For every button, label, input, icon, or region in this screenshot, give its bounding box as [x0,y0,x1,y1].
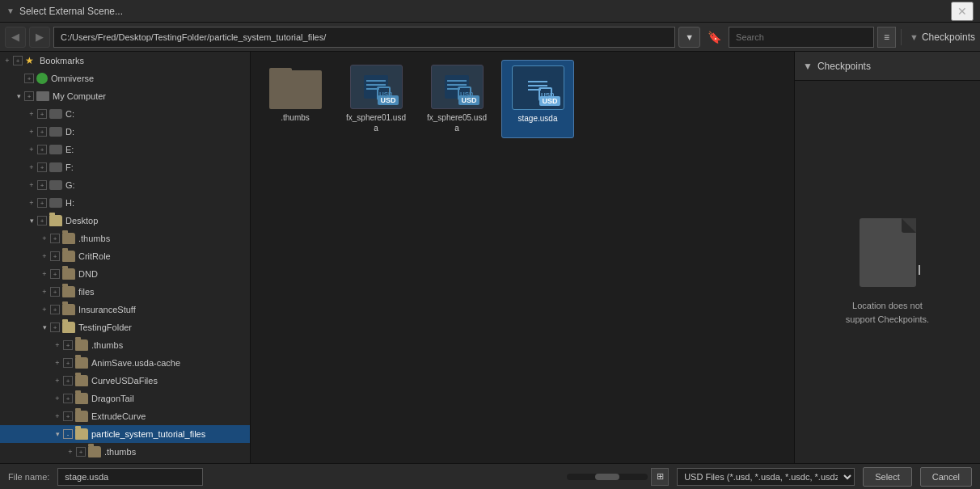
sidebar-label-omniverse: Omniverse [51,74,94,83]
checkpoints-filter-icon-panel: ▼ [803,61,813,72]
expand-f[interactable]: + [26,162,37,173]
expand-thumbs3[interactable]: + [65,446,76,457]
sidebar-item-bookmarks[interactable]: + ★ Bookmarks [0,52,250,70]
sidebar-item-c[interactable]: + C: [0,105,250,123]
expand-h[interactable]: + [26,197,37,209]
check-dragontail[interactable] [63,394,73,403]
expand-d[interactable]: + [26,126,37,137]
check-thumbs1[interactable] [50,234,60,243]
sidebar-item-mycomputer[interactable]: ▾ My Computer [0,87,250,105]
filter-button[interactable]: ▼ [678,27,700,48]
sidebar-item-curveusdafiles[interactable]: + CurveUSDaFiles [0,372,250,390]
file-name-label: File name: [8,472,49,482]
expand-extrudecurve[interactable]: + [52,411,63,422]
file-item-fx-sphere01[interactable]: USD USD fx_sphere01.usda [340,60,412,138]
sidebar-item-thumbs1[interactable]: + .thumbs [0,230,250,247]
expand-insurancestuff[interactable]: + [39,304,50,315]
check-thumbs3[interactable] [76,447,86,457]
check-desktop[interactable] [37,216,47,226]
sidebar-item-h[interactable]: + H: [0,194,250,212]
check-g[interactable] [37,180,47,190]
expand-bookmarks[interactable]: + [2,55,13,66]
select-button[interactable]: Select [863,467,912,487]
sidebar-item-omniverse[interactable]: Omniverse [0,70,250,87]
folder-icon-dnd [62,268,75,280]
bookmark-button[interactable]: 🔖 [703,29,725,45]
sidebar-item-files[interactable]: + files [0,283,250,301]
folder-icon-thumbs2 [75,339,88,351]
check-animsave[interactable] [63,358,73,368]
sidebar-label-mycomputer: My Computer [53,91,106,101]
check-h[interactable] [37,198,47,208]
check-insurancestuff[interactable] [50,305,60,314]
sidebar-item-desktop[interactable]: ▾ Desktop [0,212,250,230]
zoom-scrollbar[interactable] [567,474,648,480]
sidebar-item-testingfolder[interactable]: ▾ TestingFolder [0,318,250,336]
sidebar-item-d[interactable]: + D: [0,123,250,141]
sidebar-item-extrudecurve[interactable]: + ExtrudeCurve [0,407,250,425]
check-c[interactable] [37,109,47,119]
folder-icon-animsave [75,357,88,369]
expand-critrole[interactable]: + [39,251,50,262]
sidebar-item-thumbs3[interactable]: + .thumbs [0,443,250,461]
drive-icon-f [49,162,62,172]
expand-thumbs2[interactable]: + [52,339,63,351]
file-item-fx-sphere05[interactable]: USD USD fx_sphere05.usda [420,60,493,138]
check-extrudecurve[interactable] [63,411,73,421]
expand-files[interactable]: + [39,286,50,297]
check-curveusdafiles[interactable] [63,376,73,386]
file-type-select[interactable]: USD Files (*.usd, *.usda, *.usdc, *.usdz… [677,468,855,486]
sidebar-item-animsave[interactable]: + AnimSave.usda-cache [0,354,250,372]
check-thumbs2[interactable] [63,340,73,350]
file-item-thumbs[interactable]: .thumbs [259,60,332,138]
expand-mycomputer[interactable]: ▾ [13,91,24,102]
expand-omniverse[interactable] [13,73,24,84]
check-dnd[interactable] [50,269,60,279]
menu-button[interactable]: ≡ [877,27,896,48]
sidebar-item-insurancestuff[interactable]: + InsuranceStuff [0,301,250,318]
expand-g[interactable]: + [26,179,37,191]
check-mycomputer[interactable] [24,91,34,101]
expand-testingfolder[interactable]: ▾ [39,322,50,333]
file-item-stage[interactable]: USD USD stage.usda [501,60,574,138]
check-omniverse[interactable] [24,74,34,83]
sidebar-item-dnd[interactable]: + DND [0,265,250,283]
view-grid-button[interactable]: ⊞ [651,468,669,486]
sidebar-item-documents[interactable]: + Documents [0,461,250,463]
expand-dnd[interactable]: + [39,268,50,280]
sidebar-item-dragontail[interactable]: + DragonTail [0,390,250,407]
expand-curveusdafiles[interactable]: + [52,375,63,386]
sidebar-item-f[interactable]: + F: [0,158,250,176]
sidebar-item-particle-system[interactable]: ▾ - particle_system_tutorial_files [0,425,250,443]
file-name-input[interactable] [57,468,203,486]
cancel-button[interactable]: Cancel [920,467,972,487]
sidebar-item-thumbs2[interactable]: + .thumbs [0,336,250,354]
check-d[interactable] [37,127,47,137]
expand-e[interactable]: + [26,144,37,155]
search-input[interactable] [729,27,874,48]
close-button[interactable]: ✕ [951,2,974,21]
expand-c[interactable]: + [26,108,37,120]
sidebar-item-g[interactable]: + G: [0,176,250,194]
check-f[interactable] [37,162,47,172]
forward-button[interactable]: ▶ [29,27,50,48]
address-bar[interactable] [53,27,675,48]
expand-thumbs1[interactable]: + [39,233,50,244]
back-button[interactable]: ◀ [5,27,26,48]
sidebar-label-bookmarks: Bookmarks [40,56,84,65]
check-bookmarks[interactable] [13,56,23,65]
expand-dragontail[interactable]: + [52,393,63,404]
expand-animsave[interactable]: + [52,357,63,369]
expand-desktop[interactable]: ▾ [26,215,37,226]
checkpoints-message-line1: Location does not [852,301,923,310]
folder-icon-thumbs3 [88,446,101,457]
sidebar-item-e[interactable]: + E: [0,141,250,158]
check-particle-system[interactable]: - [63,429,73,439]
check-files[interactable] [50,287,60,297]
check-critrole[interactable] [50,251,60,261]
sidebar-item-critrole[interactable]: + CritRole [0,247,250,265]
check-testingfolder[interactable] [50,322,60,332]
expand-particle-system[interactable]: ▾ [52,428,63,440]
check-e[interactable] [37,145,47,154]
zoom-thumb[interactable] [595,474,619,480]
